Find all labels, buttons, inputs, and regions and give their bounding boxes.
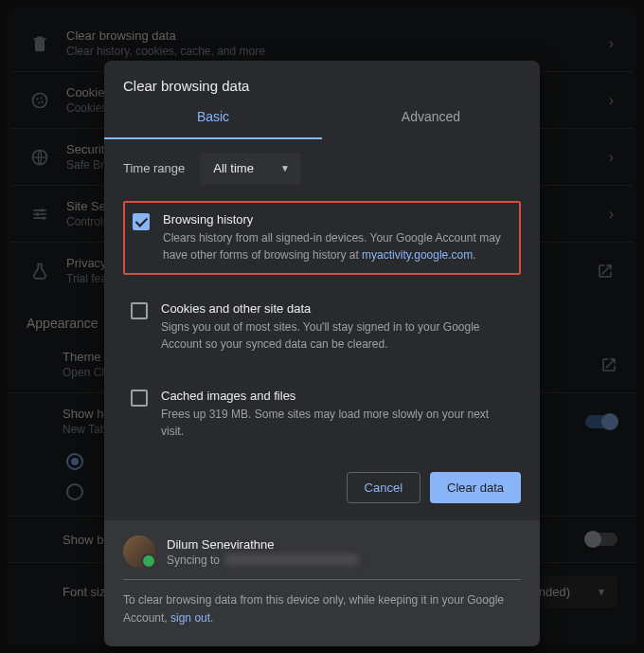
option-description: Clears history from all signed-in device…: [163, 229, 511, 263]
option-browsing-history[interactable]: Browsing historyClears history from all …: [123, 201, 521, 275]
chevron-right-icon: ›: [609, 92, 614, 109]
svg-point-8: [43, 216, 45, 219]
tab-basic[interactable]: Basic: [104, 96, 322, 139]
flask-icon: [30, 262, 49, 281]
sliders-icon: [30, 205, 49, 224]
external-link-icon: [597, 263, 614, 280]
time-range-select[interactable]: All time ▼: [200, 153, 301, 184]
trash-icon: [30, 34, 49, 53]
option-title: Cached images and files: [161, 389, 513, 403]
time-range-label: Time range: [123, 161, 185, 175]
caret-down-icon: ▼: [597, 587, 606, 597]
chevron-right-icon: ›: [609, 35, 614, 52]
dialog-footnote: To clear browsing data from this device …: [123, 580, 521, 627]
profile-name: Dilum Senevirathne: [167, 537, 358, 552]
svg-point-1: [36, 98, 38, 100]
chevron-right-icon: ›: [609, 149, 614, 166]
dialog-title: Clear browsing data: [104, 61, 540, 94]
external-link-icon: [600, 356, 617, 373]
sign-out-link[interactable]: sign out: [170, 611, 210, 625]
row-title: Clear browsing data: [66, 28, 592, 43]
home-radio-newtab[interactable]: [66, 453, 83, 470]
option-title: Cookies and other site data: [161, 301, 513, 316]
show-bookmarks-toggle[interactable]: [585, 533, 617, 546]
row-subtitle: Clear history, cookies, cache, and more: [66, 45, 592, 58]
checkbox-cookies[interactable]: [131, 302, 148, 319]
caret-down-icon: ▼: [280, 163, 290, 173]
cookie-icon: [30, 91, 49, 110]
profile-row: Dilum Senevirathne Syncing to: [123, 535, 521, 580]
clear-browsing-data-dialog: Clear browsing data Basic Advanced Time …: [104, 61, 540, 646]
avatar: [123, 535, 155, 568]
svg-point-2: [41, 97, 43, 99]
chevron-right-icon: ›: [609, 206, 614, 223]
clear-data-button[interactable]: Clear data: [430, 472, 521, 503]
checkbox-cache[interactable]: [131, 390, 148, 407]
show-home-toggle[interactable]: [585, 415, 617, 428]
checkbox-browsing-history[interactable]: [133, 213, 150, 230]
redacted-email: [225, 554, 358, 565]
option-description: Frees up 319 MB. Some sites may load mor…: [161, 406, 513, 440]
time-range-value: All time: [213, 161, 254, 175]
option-title: Browsing history: [163, 212, 511, 227]
home-radio-custom[interactable]: [66, 483, 83, 500]
profile-sync-status: Syncing to: [167, 553, 358, 567]
svg-point-6: [41, 209, 44, 211]
option-description: Signs you out of most sites. You'll stay…: [161, 318, 513, 353]
cancel-button[interactable]: Cancel: [347, 472, 420, 503]
globe-shield-icon: [30, 148, 49, 167]
option-browsing-history-link[interactable]: myactivity.google.com: [362, 248, 473, 262]
option-cache[interactable]: Cached images and filesFrees up 319 MB. …: [123, 379, 521, 449]
svg-point-0: [33, 93, 47, 107]
svg-point-7: [36, 212, 39, 215]
dialog-tabs: Basic Advanced: [104, 96, 540, 139]
svg-point-3: [38, 101, 40, 103]
option-cookies[interactable]: Cookies and other site dataSigns you out…: [123, 292, 521, 362]
svg-point-4: [41, 100, 43, 102]
tab-advanced[interactable]: Advanced: [322, 96, 540, 139]
